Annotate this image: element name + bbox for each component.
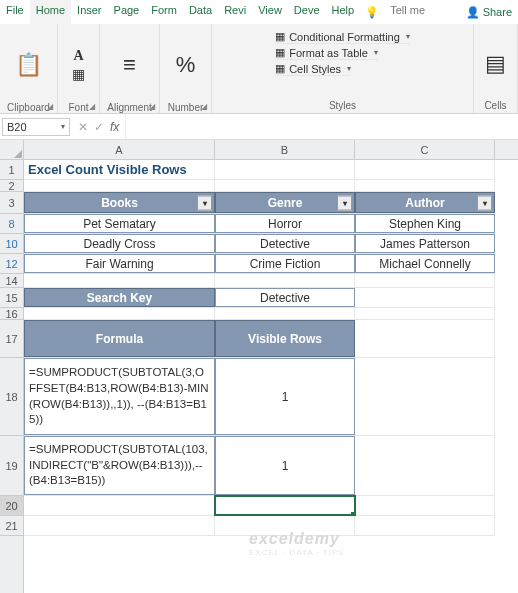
chevron-down-icon: ▾	[406, 32, 410, 41]
table-cell[interactable]: Stephen King	[355, 214, 495, 233]
cells-area: Excel Count Visible Rows Books▾ Genre▾ A…	[24, 160, 495, 593]
table-header-books[interactable]: Books▾	[24, 192, 215, 213]
active-cell[interactable]	[215, 496, 355, 515]
row-header-17[interactable]: 17	[0, 320, 23, 358]
paste-icon[interactable]: 📋	[6, 28, 51, 102]
clipboard-dialog-launcher[interactable]: ◢	[47, 102, 53, 111]
col-header-c[interactable]: C	[355, 140, 495, 159]
row-header-1[interactable]: 1	[0, 160, 23, 180]
number-dialog-launcher[interactable]: ◢	[201, 102, 207, 111]
row-header-8[interactable]: 8	[0, 214, 23, 234]
format-table-icon: ▦	[275, 46, 285, 59]
table-cell[interactable]: Pet Sematary	[24, 214, 215, 233]
row-header-10[interactable]: 10	[0, 234, 23, 254]
tab-data[interactable]: Data	[183, 0, 218, 24]
table-cell[interactable]: Deadly Cross	[24, 234, 215, 253]
col-header-b[interactable]: B	[215, 140, 355, 159]
table-cell[interactable]: Detective	[215, 234, 355, 253]
cancel-icon[interactable]: ✕	[78, 120, 88, 134]
row-header-19[interactable]: 19	[0, 436, 23, 496]
filter-dropdown-icon[interactable]: ▾	[197, 195, 212, 210]
formula-bar[interactable]	[125, 114, 518, 139]
row-header-12[interactable]: 12	[0, 254, 23, 274]
group-clipboard-label: Clipboard	[7, 102, 50, 113]
alignment-icon[interactable]: ≡	[106, 28, 153, 102]
tab-formulas[interactable]: Form	[145, 0, 183, 24]
filter-active-icon[interactable]: ▾	[337, 195, 352, 210]
row-header-20[interactable]: 20	[0, 496, 23, 516]
filter-active-icon[interactable]: ▾	[477, 195, 492, 210]
cell-styles-icon: ▦	[275, 62, 285, 75]
chevron-down-icon: ▾	[347, 64, 351, 73]
share-icon: 👤	[466, 6, 480, 19]
chevron-down-icon: ▾	[61, 122, 65, 131]
result-cell-1[interactable]: 1	[215, 358, 355, 435]
table-cell[interactable]: Michael Connelly	[355, 254, 495, 273]
font-format-icon[interactable]: A	[73, 48, 83, 64]
conditional-formatting-button[interactable]: ▦Conditional Formatting▾	[275, 30, 410, 44]
tell-me-input[interactable]: Tell me	[384, 0, 459, 24]
group-number-label: Number	[168, 102, 204, 113]
title-cell[interactable]: Excel Count Visible Rows	[24, 160, 215, 179]
table-cell[interactable]: Crime Fiction	[215, 254, 355, 273]
row-header-2[interactable]: 2	[0, 180, 23, 192]
tab-view[interactable]: View	[252, 0, 288, 24]
group-cells-label: Cells	[484, 100, 506, 111]
col-header-a[interactable]: A	[24, 140, 215, 159]
tab-file[interactable]: File	[0, 0, 30, 24]
formula-cell-1[interactable]: =SUMPRODUCT(SUBTOTAL(3,OFFSET(B4:B13,ROW…	[24, 358, 215, 435]
row-header-14[interactable]: 14	[0, 274, 23, 288]
tab-page-layout[interactable]: Page	[108, 0, 146, 24]
format-as-table-button[interactable]: ▦Format as Table▾	[275, 46, 378, 60]
formula-bar-row: B20▾ ✕ ✓ fx	[0, 114, 518, 140]
tab-review[interactable]: Revi	[218, 0, 252, 24]
row-header-21[interactable]: 21	[0, 516, 23, 536]
tab-developer[interactable]: Deve	[288, 0, 326, 24]
table-cell[interactable]: Horror	[215, 214, 355, 233]
row-header-18[interactable]: 18	[0, 358, 23, 436]
number-format-icon[interactable]: %	[166, 28, 205, 102]
row-header-16[interactable]: 16	[0, 308, 23, 320]
conditional-formatting-icon: ▦	[275, 30, 285, 43]
table-cell[interactable]: James Patterson	[355, 234, 495, 253]
ribbon-tabs: File Home Inser Page Form Data Revi View…	[0, 0, 518, 24]
table-cell[interactable]: Fair Warning	[24, 254, 215, 273]
group-styles-label: Styles	[329, 100, 356, 111]
group-font-label: Font	[68, 102, 88, 113]
row-headers: 123810121415161718192021	[0, 160, 24, 593]
visible-rows-header[interactable]: Visible Rows	[215, 320, 355, 357]
select-all-corner[interactable]	[0, 140, 24, 160]
alignment-dialog-launcher[interactable]: ◢	[149, 102, 155, 111]
tab-insert[interactable]: Inser	[71, 0, 107, 24]
share-button[interactable]: 👤Share	[460, 0, 518, 24]
chevron-down-icon: ▾	[374, 48, 378, 57]
tab-home[interactable]: Home	[30, 0, 71, 24]
border-icon[interactable]: ▦	[72, 66, 85, 82]
tab-help[interactable]: Help	[326, 0, 361, 24]
row-header-15[interactable]: 15	[0, 288, 23, 308]
search-key-label[interactable]: Search Key	[24, 288, 215, 307]
cells-icon[interactable]: ▤	[480, 28, 511, 100]
font-dialog-launcher[interactable]: ◢	[89, 102, 95, 111]
cell-styles-button[interactable]: ▦Cell Styles▾	[275, 62, 351, 76]
ribbon: 📋 Clipboard ◢ A▦ Font ◢ ≡ Alignment ◢ % …	[0, 24, 518, 114]
formula-header[interactable]: Formula	[24, 320, 215, 357]
group-alignment-label: Alignment	[107, 102, 151, 113]
fx-icon[interactable]: fx	[110, 120, 119, 134]
table-header-genre[interactable]: Genre▾	[215, 192, 355, 213]
row-header-3[interactable]: 3	[0, 192, 23, 214]
lightbulb-icon[interactable]: 💡	[360, 0, 384, 24]
formula-cell-2[interactable]: =SUMPRODUCT(SUBTOTAL(103,INDIRECT("B"&RO…	[24, 436, 215, 495]
name-box[interactable]: B20▾	[2, 118, 70, 136]
result-cell-2[interactable]: 1	[215, 436, 355, 495]
search-key-value[interactable]: Detective	[215, 288, 355, 307]
table-header-author[interactable]: Author▾	[355, 192, 495, 213]
enter-icon[interactable]: ✓	[94, 120, 104, 134]
